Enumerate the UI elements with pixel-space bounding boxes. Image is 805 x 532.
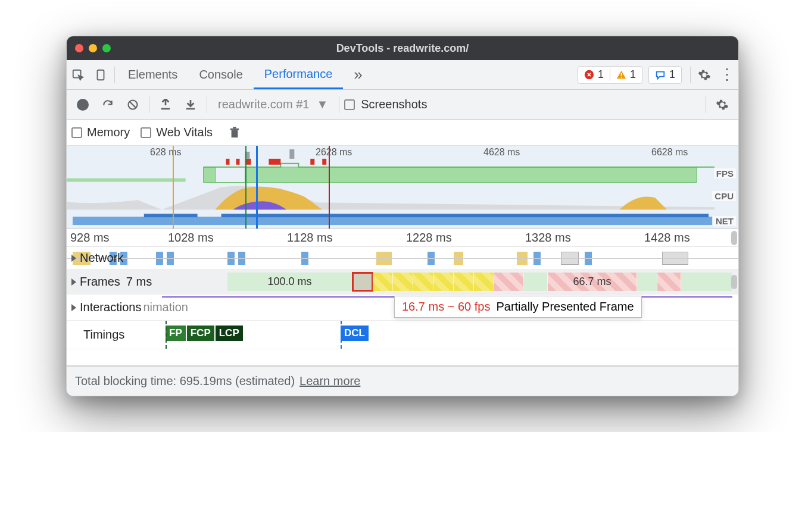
inspect-element-icon[interactable] xyxy=(67,64,89,86)
svg-rect-7 xyxy=(186,108,195,109)
kebab-menu-icon[interactable]: ⋮ xyxy=(716,64,738,86)
main-toolbar: Elements Console Performance » 1 1 xyxy=(67,60,738,90)
frame-bar[interactable] xyxy=(494,273,524,291)
frame-bar[interactable]: 66.7 ms xyxy=(548,273,637,291)
console-status-pill[interactable]: 1 1 xyxy=(578,66,642,84)
ruler-tick: 1328 ms xyxy=(525,231,571,245)
screenshots-checkbox[interactable] xyxy=(344,99,355,110)
svg-rect-10 xyxy=(233,127,236,129)
network-track[interactable]: Network xyxy=(67,247,738,270)
error-count[interactable]: 1 xyxy=(578,68,610,81)
svg-rect-22 xyxy=(221,214,709,217)
timing-dcl[interactable]: DCL xyxy=(341,326,369,341)
frame-bar[interactable] xyxy=(454,273,474,291)
ruler-tick: 1128 ms xyxy=(287,231,333,245)
frames-track[interactable]: Frames 7 ms 100.0 ms 66.7 ms xyxy=(67,270,738,295)
save-profile-icon[interactable] xyxy=(179,93,202,116)
interactions-track[interactable]: Interactions nimation 16.7 ms ~ 60 fps P… xyxy=(67,295,738,321)
frame-bar[interactable] xyxy=(413,273,433,291)
collect-garbage-icon[interactable] xyxy=(223,121,246,144)
chevron-down-icon: ▼ xyxy=(316,98,328,111)
clear-button[interactable] xyxy=(121,93,144,116)
timing-lcp[interactable]: LCP xyxy=(216,326,243,341)
svg-rect-4 xyxy=(621,77,622,78)
screenshots-label: Screenshots xyxy=(361,98,427,111)
device-toggle-icon[interactable] xyxy=(89,64,112,86)
error-icon xyxy=(584,70,594,80)
tooltip-timing: 16.7 ms ~ 60 fps xyxy=(402,300,490,314)
timing-fp[interactable]: FP xyxy=(166,326,186,341)
warning-count[interactable]: 1 xyxy=(610,68,642,81)
interactions-suffix: nimation xyxy=(143,301,188,314)
issues-icon xyxy=(655,70,666,80)
capture-settings-icon[interactable] xyxy=(711,93,734,116)
svg-rect-8 xyxy=(232,130,238,137)
zoom-window-button[interactable] xyxy=(102,44,111,52)
minimize-window-button[interactable] xyxy=(89,44,97,52)
frames-lane[interactable]: 100.0 ms 66.7 ms xyxy=(227,273,732,291)
frame-tooltip: 16.7 ms ~ 60 fps Partially Presented Fra… xyxy=(394,296,642,318)
scrollbar-thumb[interactable] xyxy=(731,231,737,245)
svg-rect-13 xyxy=(236,159,239,165)
scrollbar-thumb[interactable] xyxy=(731,275,737,289)
frame-bar[interactable] xyxy=(373,273,393,291)
svg-rect-20 xyxy=(73,217,712,225)
ruler-tick: 928 ms xyxy=(70,231,110,245)
titlebar: DevTools - readwrite.com/ xyxy=(67,36,738,60)
frame-bar[interactable] xyxy=(524,273,548,291)
svg-rect-15 xyxy=(269,159,280,165)
overview-marker xyxy=(256,146,258,229)
web-vitals-checkbox[interactable] xyxy=(141,127,151,138)
frame-bar[interactable] xyxy=(433,273,454,291)
record-button[interactable] xyxy=(71,93,94,116)
frame-bar[interactable] xyxy=(657,273,681,291)
window-title: DevTools - readwrite.com/ xyxy=(67,42,738,55)
session-selector[interactable]: readwrite.com #1 ▼ xyxy=(212,98,334,111)
disclosure-icon[interactable] xyxy=(71,278,76,286)
frame-bar-selected[interactable] xyxy=(352,273,373,291)
ruler-tick: 1428 ms xyxy=(644,231,690,245)
separator xyxy=(690,67,691,83)
memory-checkbox[interactable] xyxy=(71,127,82,138)
interactions-track-label: Interactions xyxy=(80,301,141,314)
svg-rect-9 xyxy=(230,128,239,130)
performance-options: Memory Web Vitals xyxy=(67,120,738,146)
disclosure-icon[interactable] xyxy=(71,255,76,262)
memory-label: Memory xyxy=(87,126,130,139)
reload-record-button[interactable] xyxy=(96,93,119,116)
ruler-tick: 1228 ms xyxy=(406,231,452,245)
issues-pill[interactable]: 1 xyxy=(648,66,682,84)
disclosure-icon[interactable] xyxy=(71,304,76,311)
overview-cursor[interactable] xyxy=(173,146,174,229)
window-controls xyxy=(75,44,111,52)
tab-performance[interactable]: Performance xyxy=(254,60,344,89)
load-profile-icon[interactable] xyxy=(154,93,177,116)
panel-tabs: Elements Console Performance » xyxy=(117,60,373,89)
svg-rect-3 xyxy=(621,73,622,76)
timeline-ruler[interactable]: 928 ms 1028 ms 1128 ms 1228 ms 1328 ms 1… xyxy=(67,229,738,247)
separator xyxy=(706,96,706,113)
more-tabs-button[interactable]: » xyxy=(343,60,373,89)
tab-elements[interactable]: Elements xyxy=(117,60,188,89)
frame-bar[interactable]: 100.0 ms xyxy=(227,273,352,291)
timings-track[interactable]: Timings FP FCP LCP DCL xyxy=(67,321,738,349)
close-window-button[interactable] xyxy=(75,44,83,52)
frame-bar[interactable] xyxy=(681,273,732,291)
svg-rect-19 xyxy=(289,149,294,159)
settings-icon[interactable] xyxy=(693,64,716,86)
tooltip-label: Partially Presented Frame xyxy=(496,300,634,314)
separator xyxy=(339,96,339,113)
ruler-tick: 1028 ms xyxy=(168,231,214,245)
summary-footer: Total blocking time: 695.19ms (estimated… xyxy=(67,366,738,396)
separator xyxy=(207,96,207,113)
learn-more-link[interactable]: Learn more xyxy=(299,374,360,388)
overview-panel[interactable]: 628 ms 2628 ms 4628 ms 6628 ms FPS CPU N… xyxy=(67,146,738,229)
tab-console[interactable]: Console xyxy=(188,60,253,89)
timing-fcp[interactable]: FCP xyxy=(187,326,214,341)
performance-toolbar: readwrite.com #1 ▼ Screenshots xyxy=(67,90,738,120)
frame-bar[interactable] xyxy=(393,273,413,291)
frame-bar[interactable] xyxy=(637,273,657,291)
timings-track-label: Timings xyxy=(83,328,124,342)
frame-bar[interactable] xyxy=(474,273,494,291)
separator xyxy=(149,96,149,113)
